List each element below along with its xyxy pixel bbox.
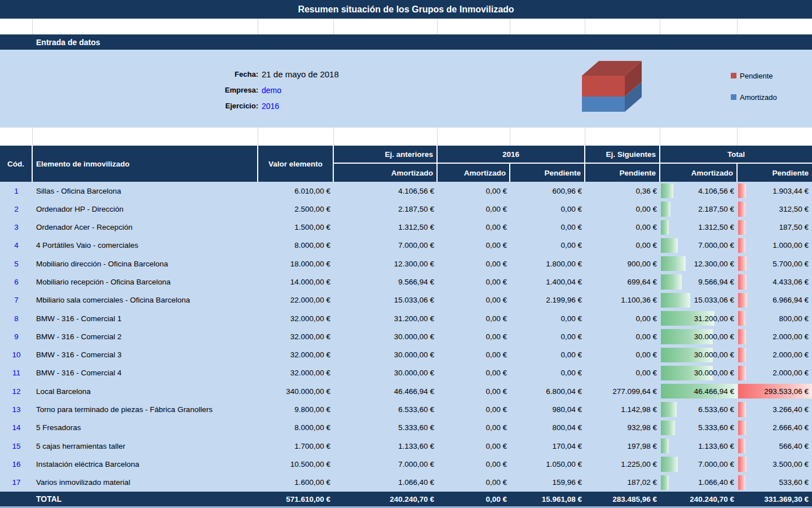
cell-ej-ant-amortizado[interactable]: 30.000,00 € [334, 364, 438, 382]
cell-ej-sig-pendiente[interactable]: 0,00 € [585, 346, 660, 364]
cell-total-amortizado[interactable]: 1.312,50 € [660, 218, 738, 237]
cell-ej-ant-amortizado[interactable]: 7.000,00 € [334, 237, 438, 255]
cell-name[interactable]: 5 cajas herramientas taller [33, 437, 258, 455]
cell-y2016-pendiente[interactable]: 0,00 € [510, 309, 585, 327]
cell-ej-ant-amortizado[interactable]: 9.566,94 € [334, 273, 438, 291]
cell-ej-sig-pendiente[interactable]: 1.100,36 € [585, 291, 660, 309]
cell-y2016-amortizado[interactable]: 0,00 € [438, 400, 510, 418]
cell-y2016-amortizado[interactable]: 0,00 € [438, 327, 510, 345]
cell-cod[interactable]: 16 [0, 455, 33, 473]
cell-y2016-amortizado[interactable]: 0,00 € [438, 182, 510, 200]
cell-total-pendiente[interactable]: 5.700,00 € [738, 255, 812, 273]
cell-y2016-amortizado[interactable]: 0,00 € [438, 455, 510, 473]
cell-y2016-pendiente[interactable]: 6.800,04 € [510, 382, 585, 400]
cell-total-amortizado[interactable]: 15.033,06 € [660, 291, 738, 309]
cell-y2016-amortizado[interactable]: 0,00 € [438, 291, 510, 309]
cell-total-pendiente[interactable]: 2.000,00 € [738, 327, 812, 345]
cell-valor[interactable]: 1.700,00 € [258, 437, 334, 455]
cell-y2016-amortizado[interactable]: 0,00 € [438, 419, 510, 437]
cell-ej-sig-pendiente[interactable]: 900,00 € [585, 255, 660, 273]
cell-cod[interactable]: 12 [0, 382, 33, 400]
cell-valor[interactable]: 14.000,00 € [258, 273, 334, 291]
cell-y2016-pendiente[interactable]: 0,00 € [510, 327, 585, 345]
cell-ej-sig-pendiente[interactable]: 0,00 € [585, 309, 660, 327]
cell-name[interactable]: BMW - 316 - Comercial 3 [33, 346, 258, 364]
cell-name[interactable]: Ordenador Acer - Recepción [33, 218, 258, 237]
cell-total-amortizado[interactable]: 1.066,40 € [660, 474, 738, 492]
cell-total-pendiente[interactable]: 2.000,00 € [738, 346, 812, 364]
cell-y2016-amortizado[interactable]: 0,00 € [438, 200, 510, 218]
cell-ej-ant-amortizado[interactable]: 1.066,40 € [334, 474, 438, 492]
cell-y2016-pendiente[interactable]: 1.050,00 € [510, 455, 585, 473]
cell-cod[interactable]: 3 [0, 218, 33, 237]
cell-cod[interactable]: 14 [0, 419, 33, 437]
cell-y2016-pendiente[interactable]: 0,00 € [510, 364, 585, 382]
cell-total-amortizado[interactable]: 30.000,00 € [660, 364, 738, 382]
cell-total-amortizado[interactable]: 5.333,60 € [660, 419, 738, 437]
cell-y2016-amortizado[interactable]: 0,00 € [438, 346, 510, 364]
cell-valor[interactable]: 18.000,00 € [258, 255, 334, 273]
cell-y2016-amortizado[interactable]: 0,00 € [438, 237, 510, 255]
cell-valor[interactable]: 8.000,00 € [258, 237, 334, 255]
cell-ej-ant-amortizado[interactable]: 31.200,00 € [334, 309, 438, 327]
cell-y2016-pendiente[interactable]: 0,00 € [510, 346, 585, 364]
cell-total-pendiente[interactable]: 293.533,06 € [738, 382, 812, 400]
cell-y2016-amortizado[interactable]: 0,00 € [438, 474, 510, 492]
cell-total-amortizado[interactable]: 9.566,94 € [660, 273, 738, 291]
cell-total-amortizado[interactable]: 46.466,94 € [660, 382, 738, 400]
cell-total-pendiente[interactable]: 2.000,00 € [738, 364, 812, 382]
cell-valor[interactable]: 9.800,00 € [258, 400, 334, 418]
cell-y2016-pendiente[interactable]: 1.800,00 € [510, 255, 585, 273]
cell-total-amortizado[interactable]: 2.187,50 € [660, 200, 738, 218]
cell-total-amortizado[interactable]: 4.106,56 € [660, 182, 738, 200]
cell-valor[interactable]: 32.000,00 € [258, 364, 334, 382]
cell-valor[interactable]: 2.500,00 € [258, 200, 334, 218]
cell-total-amortizado[interactable]: 6.533,60 € [660, 400, 738, 418]
cell-total-pendiente[interactable]: 800,00 € [738, 309, 812, 327]
cell-ej-sig-pendiente[interactable]: 277.099,64 € [585, 382, 660, 400]
cell-ej-ant-amortizado[interactable]: 46.466,94 € [334, 382, 438, 400]
cell-valor[interactable]: 10.500,00 € [258, 455, 334, 473]
cell-ej-ant-amortizado[interactable]: 6.533,60 € [334, 400, 438, 418]
cell-valor[interactable]: 32.000,00 € [258, 309, 334, 327]
cell-name[interactable]: Varios inmovilizado material [33, 474, 258, 492]
cell-name[interactable]: BMW - 316 - Comercial 1 [33, 309, 258, 327]
cell-name[interactable]: BMW - 316 - Comercial 2 [33, 327, 258, 345]
cell-cod[interactable]: 17 [0, 474, 33, 492]
cell-ej-sig-pendiente[interactable]: 0,00 € [585, 327, 660, 345]
cell-cod[interactable]: 6 [0, 273, 33, 291]
cell-cod[interactable]: 7 [0, 291, 33, 309]
cell-name[interactable]: BMW - 316 - Comercial 4 [33, 364, 258, 382]
cell-cod[interactable]: 8 [0, 309, 33, 327]
cell-cod[interactable]: 13 [0, 400, 33, 418]
cell-y2016-pendiente[interactable]: 170,04 € [510, 437, 585, 455]
cell-ej-ant-amortizado[interactable]: 30.000,00 € [334, 327, 438, 345]
cell-ej-ant-amortizado[interactable]: 15.033,06 € [334, 291, 438, 309]
cell-ej-sig-pendiente[interactable]: 197,98 € [585, 437, 660, 455]
cell-y2016-amortizado[interactable]: 0,00 € [438, 273, 510, 291]
cell-y2016-pendiente[interactable]: 980,04 € [510, 400, 585, 418]
cell-ej-ant-amortizado[interactable]: 1.133,60 € [334, 437, 438, 455]
cell-valor[interactable]: 1.500,00 € [258, 218, 334, 237]
cell-cod[interactable]: 10 [0, 346, 33, 364]
cell-name[interactable]: Instalación eléctrica Barcelona [33, 455, 258, 473]
cell-ej-sig-pendiente[interactable]: 0,00 € [585, 364, 660, 382]
cell-y2016-pendiente[interactable]: 2.199,96 € [510, 291, 585, 309]
cell-valor[interactable]: 32.000,00 € [258, 327, 334, 345]
cell-y2016-pendiente[interactable]: 600,96 € [510, 182, 585, 200]
cell-name[interactable]: Mbiliario sala comerciales - Oficina Bar… [33, 291, 258, 309]
cell-name[interactable]: Mobiliario dirección - Oficina Barcelona [33, 255, 258, 273]
cell-total-amortizado[interactable]: 30.000,00 € [660, 327, 738, 345]
cell-valor[interactable]: 340.000,00 € [258, 382, 334, 400]
cell-y2016-pendiente[interactable]: 0,00 € [510, 237, 585, 255]
cell-total-pendiente[interactable]: 187,50 € [738, 218, 812, 237]
cell-ej-sig-pendiente[interactable]: 1.142,98 € [585, 400, 660, 418]
cell-valor[interactable]: 32.000,00 € [258, 346, 334, 364]
cell-y2016-pendiente[interactable]: 1.400,04 € [510, 273, 585, 291]
cell-ej-ant-amortizado[interactable]: 5.333,60 € [334, 419, 438, 437]
cell-cod[interactable]: 5 [0, 255, 33, 273]
cell-total-amortizado[interactable]: 31.200,00 € [660, 309, 738, 327]
cell-y2016-amortizado[interactable]: 0,00 € [438, 218, 510, 237]
cell-y2016-pendiente[interactable]: 800,04 € [510, 419, 585, 437]
cell-ej-ant-amortizado[interactable]: 12.300,00 € [334, 255, 438, 273]
